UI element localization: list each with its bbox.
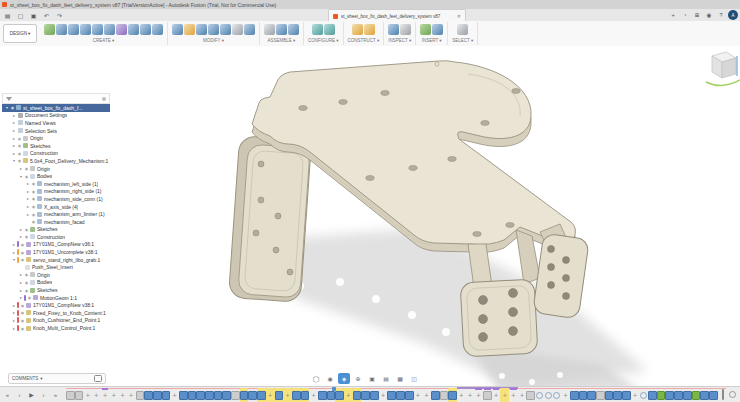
timeline-feature[interactable]: + <box>457 388 466 402</box>
combine-icon[interactable] <box>208 24 219 35</box>
visibility-eye-icon[interactable]: ◉ <box>24 280 29 285</box>
timeline-feature[interactable] <box>153 388 162 402</box>
timeline-feature[interactable]: + <box>474 388 483 402</box>
timeline-feature[interactable]: + <box>518 388 527 402</box>
timeline-feature[interactable]: + <box>500 388 509 402</box>
visibility-eye-icon[interactable]: ◉ <box>20 310 25 315</box>
new-tab-icon[interactable]: + <box>668 10 678 20</box>
timeline-feature[interactable] <box>579 388 588 402</box>
save-icon[interactable]: ▣ <box>28 10 39 20</box>
timeline-feature[interactable] <box>700 388 709 402</box>
visibility-eye-icon[interactable]: ◉ <box>31 181 36 186</box>
browser-row[interactable]: ▸◉Fixed_Fixey_to_Knob_Content:1 <box>2 309 110 317</box>
browser-row[interactable]: ▸◉17Y01M1_Uncomplete v38:1 <box>2 248 110 256</box>
timeline-feature[interactable] <box>144 388 153 402</box>
timeline-feature[interactable]: + <box>170 388 179 402</box>
redo-icon[interactable]: ↷ <box>54 10 65 20</box>
browser-header[interactable] <box>2 93 110 104</box>
view-cube[interactable] <box>706 52 740 86</box>
visibility-eye-icon[interactable]: ◉ <box>24 234 29 239</box>
create-sketch-icon[interactable] <box>44 24 55 35</box>
timeline-feature[interactable]: + <box>466 388 475 402</box>
browser-row[interactable]: ▸◉X_axis_side (4) <box>2 203 110 211</box>
joint-icon[interactable] <box>276 24 287 35</box>
offset-plane-icon[interactable] <box>352 24 363 35</box>
browser-row[interactable]: ▸◉Sketches <box>2 142 110 150</box>
step-back-icon[interactable]: ‹ <box>14 389 25 400</box>
play-icon[interactable]: ▶ <box>26 389 37 400</box>
timeline-feature[interactable] <box>214 388 223 402</box>
timeline-feature[interactable] <box>179 388 188 402</box>
visibility-eye-icon[interactable]: ◉ <box>10 105 15 110</box>
left-leg-body[interactable] <box>228 136 311 303</box>
timeline-feature[interactable] <box>222 388 231 402</box>
visibility-eye-icon[interactable]: ◉ <box>31 212 36 217</box>
visibility-eye-icon[interactable]: ◉ <box>31 189 36 194</box>
browser-row[interactable]: ▸◉mechanism_arm_limiter (1) <box>2 210 110 218</box>
timeline-position-marker[interactable] <box>722 389 725 400</box>
visibility-eye-icon[interactable]: ◉ <box>27 295 32 300</box>
timeline-feature[interactable] <box>657 388 666 402</box>
visibility-eye-icon[interactable]: ◉ <box>20 257 25 262</box>
file-icon[interactable]: ▢ <box>15 10 26 20</box>
configuration-icon[interactable] <box>312 24 323 35</box>
timeline-feature[interactable]: + <box>266 388 275 402</box>
select-icon[interactable] <box>457 24 468 35</box>
browser-row[interactable]: ▸◉Sketches <box>2 286 110 294</box>
timeline-feature[interactable]: + <box>101 388 110 402</box>
timeline-feature[interactable] <box>405 388 414 402</box>
visibility-eye-icon[interactable]: ◉ <box>20 242 25 247</box>
browser-row[interactable]: ▸◉mechanism_side_conn (1) <box>2 195 110 203</box>
browser-row[interactable]: ▸Selection Sets <box>2 127 110 135</box>
visibility-eye-icon[interactable]: ◉ <box>17 136 22 141</box>
browser-row[interactable]: ▸◉Bodies <box>2 279 110 287</box>
workspace-selector[interactable]: DESIGN ▾ <box>3 24 37 43</box>
group-label-create[interactable]: CREATE ▾ <box>93 38 114 43</box>
display-settings-icon[interactable]: ▤ <box>380 373 392 384</box>
browser-row[interactable]: ▸◉Construction <box>2 233 110 241</box>
go-to-end-icon[interactable]: » <box>50 389 61 400</box>
timeline-feature[interactable]: + <box>561 388 570 402</box>
revolve-icon[interactable] <box>104 24 115 35</box>
timeline-feature[interactable] <box>683 388 692 402</box>
timeline-feature[interactable]: + <box>422 388 431 402</box>
configuration-table-icon[interactable] <box>324 24 335 35</box>
timeline-feature[interactable] <box>188 388 197 402</box>
orbit-icon[interactable]: ◯ <box>310 373 322 384</box>
group-label-modify[interactable]: MODIFY ▾ <box>203 38 224 43</box>
timeline-feature[interactable] <box>387 388 396 402</box>
visibility-eye-icon[interactable]: ◉ <box>17 158 22 163</box>
browser-row[interactable]: ▸◉Origin <box>2 165 110 173</box>
timeline-feature[interactable]: + <box>492 388 501 402</box>
visibility-eye-icon[interactable]: ◉ <box>17 143 22 148</box>
timeline-feature[interactable] <box>396 388 405 402</box>
timeline-feature[interactable] <box>553 388 562 402</box>
fillet-icon[interactable] <box>184 24 195 35</box>
timeline-feature[interactable] <box>248 388 257 402</box>
move-copy-icon[interactable] <box>232 24 243 35</box>
comments-bar[interactable]: COMMENTS ▾ <box>8 373 106 384</box>
visibility-eye-icon[interactable]: ◉ <box>24 166 29 171</box>
browser-row[interactable]: ▸◉Knob_Cushioner_End_Point:1 <box>2 317 110 325</box>
browser-row[interactable]: ▸◉mechanism_right_side (1) <box>2 188 110 196</box>
timeline-feature[interactable] <box>692 388 701 402</box>
browser-row[interactable]: ▸◉Sketches <box>2 226 110 234</box>
close-tab-icon[interactable]: ✕ <box>455 13 463 19</box>
right-leg-body[interactable] <box>533 233 590 319</box>
timeline-feature[interactable] <box>196 388 205 402</box>
timeline-feature[interactable]: + <box>414 388 423 402</box>
loft-icon[interactable] <box>140 24 151 35</box>
go-to-beginning-icon[interactable]: « <box>2 389 13 400</box>
timeline-feature[interactable] <box>257 388 266 402</box>
pattern-icon[interactable] <box>152 24 163 35</box>
timeline-feature[interactable]: + <box>509 388 518 402</box>
group-label-inspect[interactable]: INSPECT ▾ <box>388 38 411 43</box>
timeline-feature[interactable] <box>665 388 674 402</box>
box-icon[interactable] <box>56 24 67 35</box>
group-label-configure[interactable]: CONFIGURE ▾ <box>308 38 339 43</box>
timeline-feature[interactable] <box>483 388 492 402</box>
timeline-feature[interactable] <box>648 388 657 402</box>
insert-part-icon[interactable] <box>432 24 443 35</box>
visibility-eye-icon[interactable]: ◉ <box>20 250 25 255</box>
group-label-construct[interactable]: CONSTRUCT ▾ <box>348 38 380 43</box>
